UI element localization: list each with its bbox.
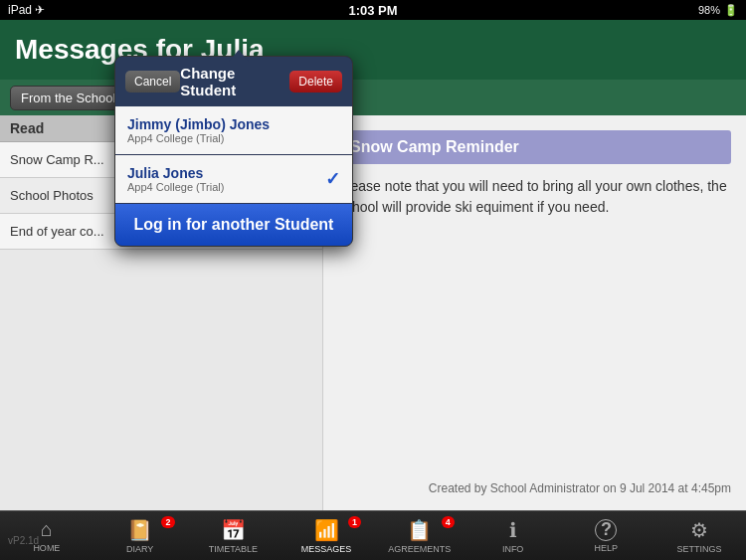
student-sub-julia: App4 College (Trial)	[127, 181, 224, 193]
diary-icon: 📔	[127, 518, 152, 542]
diary-badge: 2	[161, 516, 174, 528]
message-title: Snow Camp Reminder	[338, 130, 731, 164]
toolbar: From the School	[0, 80, 746, 115]
status-left: iPad ✈	[8, 3, 45, 17]
student-item-jimmy[interactable]: Jimmy (Jimbo) Jones App4 College (Trial)	[115, 106, 352, 155]
tab-timetable[interactable]: 📅 TIMETABLE	[187, 511, 280, 560]
from-school-button[interactable]: From the School	[10, 86, 126, 110]
tab-settings-label: SETTINGS	[677, 544, 722, 554]
tab-bar: vP2.1d ⌂ HOME 2 📔 DIARY 📅 TIMETABLE 1 📶 …	[0, 510, 746, 560]
tab-timetable-label: TIMETABLE	[209, 544, 258, 554]
help-icon: ?	[595, 519, 617, 541]
messages-badge: 1	[348, 516, 361, 528]
home-icon: ⌂	[41, 518, 53, 541]
message-detail: Snow Camp Reminder Please note that you …	[323, 115, 746, 510]
change-student-dropdown: Cancel Change Student Delete Jimmy (Jimb…	[114, 56, 353, 247]
tab-agreements-label: AGREEMENTS	[388, 544, 451, 554]
header: Messages for Julia	[0, 20, 746, 80]
battery-icon: 🔋	[724, 4, 738, 17]
student-sub-jimmy: App4 College (Trial)	[127, 132, 270, 144]
dropdown-header: Cancel Change Student Delete	[115, 57, 352, 106]
login-another-student-button[interactable]: Log in for another Student	[115, 204, 352, 246]
tab-messages-label: MESSAGES	[301, 544, 352, 554]
student-item-julia[interactable]: Julia Jones App4 College (Trial) ✓	[115, 155, 352, 204]
selected-checkmark: ✓	[325, 168, 340, 190]
status-bar: iPad ✈ 1:03 PM 98% 🔋	[0, 0, 746, 20]
tab-home[interactable]: ⌂ HOME	[0, 511, 93, 560]
tab-agreements[interactable]: 4 📋 AGREEMENTS	[373, 511, 466, 560]
agreements-icon: 📋	[407, 518, 432, 542]
message-footer: Created by School Administrator on 9 Jul…	[338, 481, 731, 495]
tab-home-label: HOME	[33, 543, 60, 553]
battery-label: 98%	[698, 4, 720, 16]
info-icon: ℹ	[509, 518, 517, 542]
tab-messages[interactable]: 1 📶 MESSAGES	[280, 511, 373, 560]
main-content: Read Snow Camp R... School Photos End of…	[0, 115, 746, 510]
tab-info-label: INFO	[502, 544, 524, 554]
cancel-button[interactable]: Cancel	[125, 71, 180, 93]
tab-diary[interactable]: 2 📔 DIARY	[93, 511, 187, 560]
message-body: Please note that you will need to bring …	[338, 176, 731, 471]
tab-help[interactable]: ? HELP	[560, 511, 653, 560]
tab-diary-label: DIARY	[126, 544, 153, 554]
dropdown-title: Change Student	[180, 65, 289, 98]
status-time: 1:03 PM	[348, 3, 397, 18]
timetable-icon: 📅	[221, 518, 246, 542]
delete-button[interactable]: Delete	[289, 71, 342, 93]
tab-help-label: HELP	[595, 543, 619, 553]
student-name-jimmy: Jimmy (Jimbo) Jones	[127, 116, 270, 132]
dropdown-arrow	[229, 50, 249, 62]
ipad-label: iPad ✈	[8, 3, 45, 17]
status-right: 98% 🔋	[698, 4, 738, 17]
tab-settings[interactable]: ⚙ SETTINGS	[653, 511, 746, 560]
messages-icon: 📶	[314, 518, 339, 542]
settings-icon: ⚙	[690, 518, 708, 542]
student-name-julia: Julia Jones	[127, 165, 224, 181]
agreements-badge: 4	[442, 516, 455, 528]
tab-info[interactable]: ℹ INFO	[466, 511, 560, 560]
